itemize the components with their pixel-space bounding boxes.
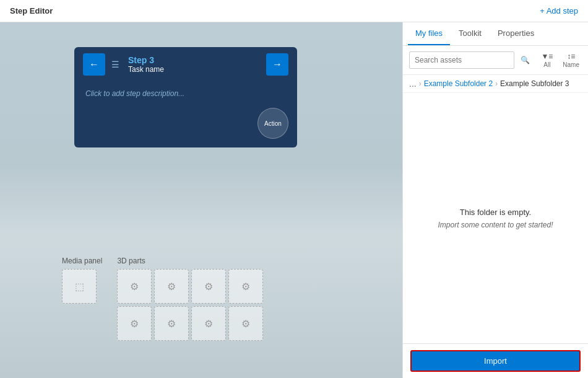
3d-icon-6: ⚙	[167, 318, 176, 330]
filter-button[interactable]: ▼≡ All	[538, 51, 555, 69]
filter-actions: ▼≡ All ↕≡ Name	[538, 51, 582, 69]
step-card-header: ← ☰ Step 3 Task name →	[74, 47, 297, 82]
3d-parts-grid: ⚙ ⚙ ⚙ ⚙ ⚙ ⚙ ⚙ ⚙	[117, 269, 263, 341]
main-layout: ← ☰ Step 3 Task name → Click to add step…	[0, 22, 588, 378]
filter-icon: ▼≡	[541, 52, 553, 61]
page-title: Step Editor	[10, 6, 53, 15]
empty-state-sub: Import some content to get started!	[438, 221, 553, 229]
3d-cell-7[interactable]: ⚙	[191, 306, 226, 341]
step-list-icon: ☰	[111, 59, 119, 69]
breadcrumb-sep-1: ›	[419, 79, 422, 88]
3d-parts-label: 3D parts	[117, 257, 263, 265]
search-icon: 🔍	[521, 56, 530, 64]
add-step-button[interactable]: + Add step	[540, 6, 578, 15]
3d-cell-6[interactable]: ⚙	[154, 306, 189, 341]
3d-cell-4[interactable]: ⚙	[228, 269, 263, 304]
media-cell[interactable]: ⬚	[62, 269, 97, 304]
filter-all-label: All	[543, 61, 550, 68]
step-canvas: ← ☰ Step 3 Task name → Click to add step…	[0, 22, 402, 378]
step-card: ← ☰ Step 3 Task name → Click to add step…	[74, 47, 297, 147]
3d-icon-7: ⚙	[204, 318, 213, 330]
media-panel-section: Media panel ⬚	[62, 257, 102, 341]
breadcrumb-sep-2: ›	[495, 79, 498, 88]
right-panel: My files Toolkit Properties 🔍 ▼≡ All ↕≡ …	[402, 22, 588, 378]
next-step-button[interactable]: →	[266, 53, 288, 76]
3d-cell-8[interactable]: ⚙	[228, 306, 263, 341]
3d-parts-row-2: ⚙ ⚙ ⚙ ⚙	[117, 306, 263, 341]
3d-icon-3: ⚙	[204, 281, 213, 292]
3d-cell-5[interactable]: ⚙	[117, 306, 152, 341]
import-button[interactable]: Import	[410, 350, 581, 372]
3d-icon-8: ⚙	[241, 318, 250, 330]
import-section: Import	[403, 343, 588, 378]
right-panel-tabs: My files Toolkit Properties	[403, 22, 588, 46]
step-number: Step 3	[128, 55, 260, 65]
action-area: Action	[74, 108, 297, 147]
3d-icon-5: ⚙	[130, 318, 139, 330]
search-bar: 🔍 ▼≡ All ↕≡ Name	[403, 46, 588, 75]
sort-button[interactable]: ↕≡ Name	[560, 51, 582, 69]
search-input[interactable]	[409, 51, 514, 69]
prev-step-button[interactable]: ←	[83, 53, 105, 76]
media-panel-grid: ⬚	[62, 269, 102, 304]
search-button[interactable]: 🔍	[518, 55, 532, 66]
3d-icon-4: ⚙	[241, 281, 250, 292]
step-info: Step 3 Task name	[128, 55, 260, 74]
media-icon: ⬚	[75, 281, 84, 292]
3d-icon-2: ⚙	[167, 281, 176, 292]
empty-state-text: This folder is empty.	[460, 208, 531, 217]
files-scroll-area[interactable]: This folder is empty. Import some conten…	[403, 93, 588, 343]
3d-icon-1: ⚙	[130, 281, 139, 292]
3d-cell-3[interactable]: ⚙	[191, 269, 226, 304]
3d-parts-section: 3D parts ⚙ ⚙ ⚙ ⚙ ⚙ ⚙ ⚙ ⚙	[117, 257, 263, 341]
bottom-panels: Media panel ⬚ 3D parts ⚙ ⚙ ⚙ ⚙	[62, 257, 263, 341]
tab-properties[interactable]: Properties	[490, 22, 542, 45]
breadcrumb-item-2: Example Subfolder 3	[500, 79, 569, 88]
step-task-name: Task name	[128, 65, 260, 74]
tab-toolkit[interactable]: Toolkit	[451, 22, 489, 45]
breadcrumb: ... › Example Subfolder 2 › Example Subf…	[403, 75, 588, 93]
sort-icon: ↕≡	[567, 52, 575, 61]
step-description[interactable]: Click to add step description...	[74, 82, 297, 108]
breadcrumb-more[interactable]: ...	[409, 79, 417, 89]
tab-my-files[interactable]: My files	[408, 22, 450, 45]
sort-name-label: Name	[563, 61, 579, 68]
action-button[interactable]: Action	[257, 108, 288, 139]
top-bar: Step Editor + Add step	[0, 0, 588, 22]
3d-cell-1[interactable]: ⚙	[117, 269, 152, 304]
breadcrumb-item-1[interactable]: Example Subfolder 2	[424, 79, 493, 88]
empty-state: This folder is empty. Import some conten…	[403, 93, 588, 343]
3d-parts-row-1: ⚙ ⚙ ⚙ ⚙	[117, 269, 263, 304]
3d-cell-2[interactable]: ⚙	[154, 269, 189, 304]
media-panel-label: Media panel	[62, 257, 102, 265]
